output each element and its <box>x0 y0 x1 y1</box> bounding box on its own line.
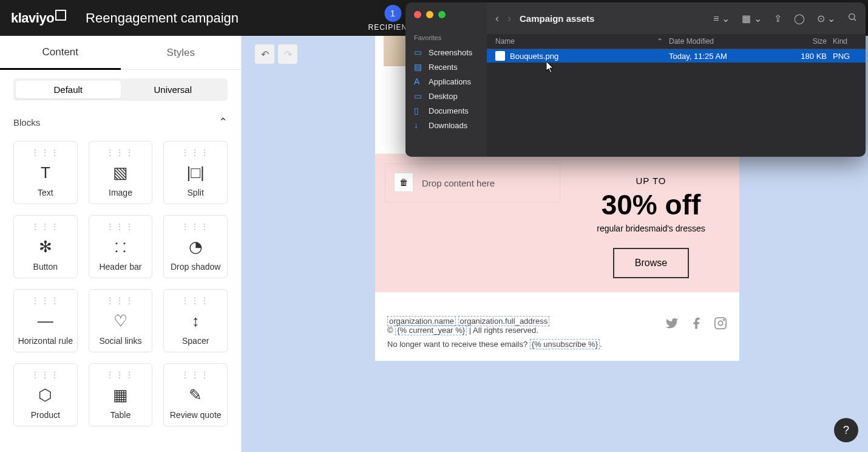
twitter-icon[interactable] <box>665 317 679 334</box>
drag-handle-icon: ⋮⋮⋮ <box>181 148 210 157</box>
tags-icon[interactable]: ◯ <box>794 13 805 24</box>
finder-column-headers[interactable]: Name ⌃ Date Modified Size Kind <box>487 34 866 49</box>
block-image[interactable]: ⋮⋮⋮▧Image <box>89 141 153 204</box>
window-minimize-button[interactable] <box>426 11 433 18</box>
block-spacer[interactable]: ⋮⋮⋮↕Spacer <box>163 289 228 352</box>
text-icon: T <box>41 163 50 182</box>
finder-sidebar-screenshots[interactable]: ▭Screenshots <box>405 45 487 60</box>
facebook-icon[interactable] <box>690 317 703 334</box>
finder-sidebar: Favorites ▭Screenshots▤RecentsAApplicati… <box>405 2 487 157</box>
promo-section: 🗑 Drop content here UP TO 30% off regula… <box>375 154 739 292</box>
finder-window[interactable]: Favorites ▭Screenshots▤RecentsAApplicati… <box>405 2 866 157</box>
year-tag[interactable]: {% current_year %} <box>395 325 467 335</box>
step-number: 1 <box>384 5 401 22</box>
svg-line-4 <box>854 19 856 21</box>
block-table[interactable]: ⋮⋮⋮▦Table <box>89 363 153 426</box>
drag-handle-icon: ⋮⋮⋮ <box>106 148 135 157</box>
block-label: Horizontal rule <box>18 336 73 346</box>
drag-handle-icon: ⋮⋮⋮ <box>181 296 210 306</box>
table-icon: ▦ <box>113 386 128 405</box>
block-label: Split <box>188 188 204 197</box>
block-label: Text <box>38 188 53 197</box>
svg-point-2 <box>724 320 725 321</box>
favorites-header: Favorites <box>405 34 487 45</box>
view-group-icon[interactable]: ▦ ⌄ <box>742 13 761 24</box>
finder-sidebar-documents[interactable]: ▯Documents <box>405 103 487 118</box>
svg-point-1 <box>718 321 722 325</box>
undo-button[interactable]: ↶ <box>255 44 274 64</box>
image-icon: ▧ <box>113 163 128 182</box>
actions-icon[interactable]: ⊙ ⌄ <box>817 13 835 24</box>
window-zoom-button[interactable] <box>438 11 446 18</box>
block-product[interactable]: ⋮⋮⋮⬡Product <box>13 363 78 426</box>
pill-universal[interactable]: Universal <box>121 81 226 98</box>
folder-icon: A <box>414 77 424 86</box>
drag-handle-icon: ⋮⋮⋮ <box>31 148 60 157</box>
finder-sidebar-applications[interactable]: AApplications <box>405 74 487 89</box>
block-label: Spacer <box>182 336 209 346</box>
block-label: Table <box>110 410 131 420</box>
block-drop-shadow[interactable]: ⋮⋮⋮◔Drop shadow <box>163 215 228 278</box>
tab-styles[interactable]: Styles <box>121 36 242 70</box>
delete-block-button[interactable]: 🗑 <box>394 173 413 192</box>
folder-icon: ▯ <box>414 106 424 115</box>
share-icon[interactable]: ⇪ <box>774 13 782 24</box>
folder-icon: ↓ <box>414 120 424 130</box>
drag-handle-icon: ⋮⋮⋮ <box>31 370 60 380</box>
finder-toolbar: ‹ › Campaign assets ≡ ⌄ ▦ ⌄ ⇪ ◯ ⊙ ⌄ <box>487 2 866 34</box>
split-icon: |□| <box>187 163 205 182</box>
file-name: Bouquets.png <box>510 52 558 61</box>
help-button[interactable]: ? <box>834 418 858 442</box>
drag-handle-icon: ⋮⋮⋮ <box>106 370 135 380</box>
blocks-grid: ⋮⋮⋮TText⋮⋮⋮▧Image⋮⋮⋮|□|Split⋮⋮⋮✻Button⋮⋮… <box>0 135 241 440</box>
file-kind: PNG <box>833 52 857 61</box>
drop-zone[interactable]: 🗑 Drop content here <box>385 163 560 202</box>
drop-zone-label: Drop content here <box>422 178 495 188</box>
brand-text: klaviyo <box>11 10 54 26</box>
file-thumbnail-icon <box>495 51 505 61</box>
product-icon: ⬡ <box>38 386 52 405</box>
block-text[interactable]: ⋮⋮⋮TText <box>13 141 78 204</box>
col-date[interactable]: Date Modified <box>669 37 778 46</box>
finder-sidebar-downloads[interactable]: ↓Downloads <box>405 118 487 132</box>
finder-sidebar-desktop[interactable]: ▭Desktop <box>405 89 487 103</box>
social-icon: ♡ <box>114 312 127 330</box>
block-label: Drop shadow <box>171 262 221 272</box>
block-button[interactable]: ⋮⋮⋮✻Button <box>13 215 78 278</box>
block-label: Review quote <box>170 410 222 420</box>
sort-indicator-icon: ⌃ <box>657 37 663 46</box>
block-review[interactable]: ⋮⋮⋮✎Review quote <box>163 363 228 426</box>
search-icon[interactable] <box>847 12 857 24</box>
org-address-tag[interactable]: organization.full_address <box>458 316 550 326</box>
browse-button[interactable]: Browse <box>613 248 689 278</box>
col-kind[interactable]: Kind <box>833 37 857 46</box>
col-name[interactable]: Name <box>495 37 515 46</box>
block-header-bar[interactable]: ⋮⋮⋮⸬Header bar <box>89 215 153 278</box>
nav-back-icon[interactable]: ‹ <box>495 12 499 25</box>
drag-handle-icon: ⋮⋮⋮ <box>181 222 210 231</box>
finder-sidebar-recents[interactable]: ▤Recents <box>405 60 487 74</box>
blocks-title: Blocks <box>13 117 40 128</box>
redo-button[interactable]: ↷ <box>278 44 297 64</box>
block-split[interactable]: ⋮⋮⋮|□|Split <box>163 141 228 204</box>
copyright-symbol: © <box>387 326 395 335</box>
rights-text: | All rights reserved. <box>469 326 538 335</box>
block-social[interactable]: ⋮⋮⋮♡Social links <box>89 289 153 352</box>
tab-content[interactable]: Content <box>0 36 121 70</box>
instagram-icon[interactable] <box>714 317 727 334</box>
file-row-bouquets[interactable]: Bouquets.png Today, 11:25 AM 180 KB PNG <box>487 49 866 63</box>
promo-headline: 30% off <box>572 188 730 221</box>
nav-forward-icon[interactable]: › <box>507 12 511 25</box>
unsubscribe-tag[interactable]: {% unsubscribe %} <box>530 339 600 349</box>
window-close-button[interactable] <box>414 11 421 18</box>
svg-point-3 <box>849 14 855 19</box>
blocks-section-header[interactable]: Blocks ⌃ <box>0 109 241 135</box>
drop-shadow-icon: ◔ <box>189 238 203 256</box>
view-list-icon[interactable]: ≡ ⌄ <box>713 13 730 24</box>
block-label: Product <box>31 410 60 420</box>
block-hr[interactable]: ⋮⋮⋮—Horizontal rule <box>13 289 78 352</box>
spacer-icon: ↕ <box>192 312 200 330</box>
folder-icon: ▭ <box>414 91 424 101</box>
col-size[interactable]: Size <box>778 37 833 46</box>
pill-default[interactable]: Default <box>16 81 121 98</box>
